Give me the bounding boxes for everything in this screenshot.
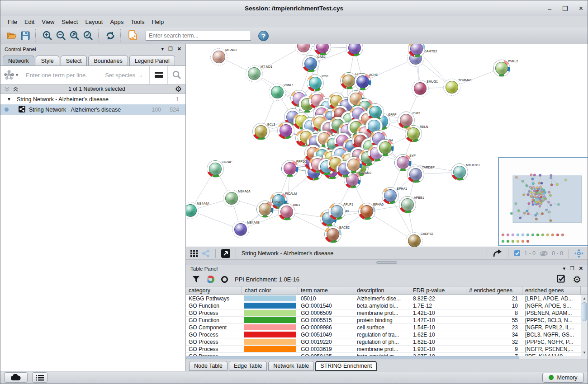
panel-menu-icon[interactable]: ▾ — [161, 46, 164, 52]
column-header-term-name[interactable]: term name — [298, 286, 354, 295]
share-view-icon[interactable] — [202, 249, 210, 258]
float-panel-icon[interactable]: ❒ — [168, 46, 173, 52]
column-header--enriched-genes[interactable]: # enriched genes — [466, 286, 522, 295]
zoom-in-button[interactable] — [41, 29, 54, 42]
enrichment-row-GO:0051049[interactable]: GO ProcessGO:0051049regulation of tra...… — [186, 331, 588, 338]
search-input[interactable] — [146, 31, 251, 41]
tab-style[interactable]: Style — [36, 56, 59, 66]
tab-network[interactable]: Network — [3, 56, 34, 66]
network-node-MS4A6A[interactable]: MS4A6A — [223, 190, 240, 207]
tab-select[interactable]: Select — [61, 56, 87, 66]
close-button[interactable]: × — [579, 5, 583, 12]
refresh-button[interactable] — [104, 29, 117, 42]
tab-boundaries[interactable]: Boundaries — [88, 56, 128, 66]
network-node-MS4A4A[interactable]: MS4A4A — [186, 202, 199, 219]
enrichment-row-GO:0005515[interactable]: GO FunctionGO:0005515protein binding1.47… — [186, 317, 588, 324]
column-header-description[interactable]: description — [354, 286, 410, 295]
tab-edge-table[interactable]: Edge Table — [229, 361, 267, 371]
menu-help[interactable]: Help — [148, 18, 168, 26]
maximize-button[interactable]: ❒ — [562, 5, 568, 12]
minimize-button[interactable]: – — [548, 5, 551, 12]
collapse-all-icon[interactable] — [4, 86, 10, 92]
string-logo-icon[interactable]: STRING ▾ — [0, 66, 21, 84]
network-node-MTHFD1L[interactable]: MTHFD1L — [451, 164, 468, 181]
string-options-button[interactable] — [149, 66, 167, 84]
network-tree-row[interactable]: ▼String Network - Alzheimer's disease1 — [0, 94, 185, 104]
network-node[interactable] — [345, 156, 362, 173]
network-node[interactable] — [377, 139, 394, 156]
network-node-RELN[interactable]: RELN — [405, 125, 422, 142]
enrichment-row-05010[interactable]: KEGG Pathways05010Alzheimer's dise...8.8… — [186, 295, 588, 302]
network-node-APLP1[interactable]: APLP1 — [328, 203, 346, 220]
tab-node-table[interactable]: Node Table — [189, 361, 228, 371]
network-node-EPHA1[interactable]: EPHA1 — [382, 187, 399, 204]
network-node-SMUG1[interactable]: SMUG1 — [412, 80, 429, 97]
ring-chart-icon[interactable] — [221, 276, 228, 283]
scrollbar-thumb[interactable] — [582, 302, 587, 321]
column-header-fdr-p-value[interactable]: FDR p-value — [410, 286, 466, 295]
select-rows-icon[interactable] — [557, 275, 566, 284]
network-node-CD2AP[interactable]: CD2AP — [207, 160, 224, 178]
string-search-button[interactable] — [167, 66, 185, 84]
export-network-icon[interactable] — [493, 249, 503, 258]
network-tree-row[interactable]: String Network - Alzheimer's disease1005… — [0, 104, 185, 115]
vertical-scrollbar[interactable]: ▲ ▼ — [581, 295, 588, 356]
menu-file[interactable]: File — [4, 18, 21, 26]
grid-view-icon[interactable] — [190, 249, 198, 258]
table-settings-gear-icon[interactable]: ⚙ — [573, 275, 581, 284]
network-node-TOMM40[interactable]: TOMM40 — [443, 79, 460, 96]
string-query-input[interactable]: Enter one term per line. — [21, 72, 105, 79]
network-node-SYP[interactable]: SYP — [394, 154, 412, 171]
expand-all-icon[interactable] — [13, 86, 19, 92]
enrichment-row-GO:0001540[interactable]: GO FunctionGO:0001540beta-amyloid bi...1… — [186, 302, 588, 309]
float-panel-icon[interactable]: ❒ — [570, 266, 574, 272]
network-node-ABCA7[interactable]: ABCA7 — [256, 201, 274, 218]
network-node-BCL3[interactable]: BCL3 — [252, 123, 270, 140]
network-canvas[interactable]: MT-ND2MT-ND1VSNL1GAB2IRS1CHATACHEAPOECLU… — [186, 44, 588, 247]
network-node-MT-ND1[interactable]: MT-ND1 — [246, 65, 263, 82]
enrichment-row-GO:0006509[interactable]: GO ProcessGO:0006509membrane prot...1.42… — [186, 309, 588, 317]
menu-edit[interactable]: Edit — [21, 18, 38, 26]
close-panel-icon[interactable]: ✕ — [579, 266, 583, 272]
panel-menu-icon[interactable]: ▾ — [563, 266, 565, 272]
network-node-EPHA5[interactable]: EPHA5 — [358, 203, 375, 220]
network-node-MME[interactable]: MME — [277, 122, 294, 139]
horizontal-scrollbar[interactable] — [186, 356, 588, 360]
memory-button[interactable]: Memory — [542, 373, 584, 383]
enrichment-row-GO:0019220[interactable]: GO ProcessGO:0019220regulation of ph...1… — [186, 338, 588, 346]
help-icon[interactable]: ? — [258, 31, 269, 41]
species-selector[interactable]: Set species → — [105, 72, 149, 79]
network-node-BACE2[interactable]: BACE2 — [324, 226, 341, 243]
network-node-IRS1[interactable]: IRS1 — [307, 75, 324, 92]
menu-layout[interactable]: Layout — [81, 18, 106, 26]
network-node-APBB1[interactable]: APBB1 — [399, 196, 416, 213]
network-node[interactable] — [408, 44, 425, 57]
network-node-BIN1[interactable]: BIN1 — [278, 203, 295, 220]
pan-tool-icon[interactable] — [574, 249, 583, 258]
column-header-enriched-genes[interactable]: enriched genes — [522, 286, 581, 295]
column-header-chart-color[interactable]: chart color — [242, 286, 298, 295]
enrichment-row-GO:0009986[interactable]: GO ComponentGO:0009986cell surface1.54E-… — [186, 324, 588, 331]
tab-legend-panel[interactable]: Legend Panel — [129, 56, 175, 66]
zoom-fit-button[interactable] — [68, 29, 81, 42]
scroll-down-icon[interactable]: ▼ — [581, 349, 588, 356]
network-node-ACHE[interactable]: ACHE — [354, 73, 371, 90]
gear-icon[interactable]: ⚙ — [175, 85, 182, 93]
open-in-new-window-icon[interactable] — [221, 249, 230, 258]
scroll-up-icon[interactable]: ▲ — [581, 295, 588, 302]
network-node[interactable] — [314, 44, 331, 56]
menu-apps[interactable]: Apps — [107, 18, 128, 26]
hscrollbar-thumb[interactable] — [186, 356, 519, 359]
network-node-PPP5C[interactable]: PPP5C — [281, 160, 299, 177]
menu-tools[interactable]: Tools — [127, 18, 148, 26]
tab-network-table[interactable]: Network Table — [268, 361, 314, 371]
tree-caret-icon[interactable]: ▼ — [7, 97, 11, 102]
network-node[interactable] — [346, 44, 363, 56]
horizontal-divider[interactable] — [186, 259, 588, 265]
network-node-MS4A4E[interactable]: MS4A4E — [232, 221, 249, 238]
enrichment-row-GO:0050435[interactable]: GO ProcessGO:0050435beta-amyloid m...2.0… — [186, 353, 588, 356]
network-node-VSNL1[interactable]: VSNL1 — [269, 84, 286, 101]
network-from-clipboard-button[interactable] — [126, 29, 139, 42]
cloud-button[interactable] — [4, 372, 28, 383]
network-node-CADPS2[interactable]: CADPS2 — [406, 232, 423, 247]
